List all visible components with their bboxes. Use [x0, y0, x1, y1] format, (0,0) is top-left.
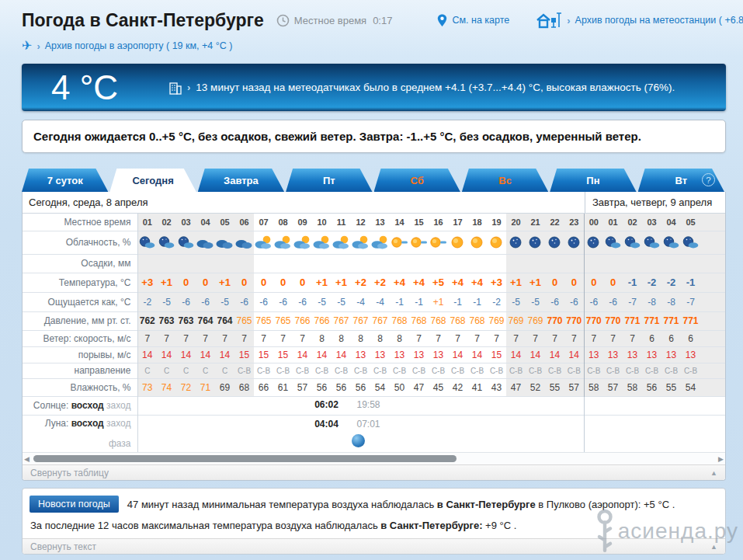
table-cell: С-В — [506, 363, 526, 378]
table-cell: 0 — [273, 273, 293, 292]
table-cell: 763 — [176, 311, 196, 330]
moon-cloud-icon — [177, 235, 195, 250]
tab-5[interactable]: Вс — [462, 169, 548, 192]
row-label-gusts: порывы, м/с — [23, 346, 137, 363]
tab-2[interactable]: Завтра — [198, 169, 284, 192]
table-cell: С-В — [681, 363, 700, 378]
table-cell: 45 — [429, 378, 448, 396]
table-cell: 0 — [196, 273, 215, 292]
table-cell: -4 — [370, 292, 390, 311]
table-cell: 770 — [564, 311, 584, 330]
table-cell: 0 — [564, 273, 584, 292]
row-label-pressure: Давление, мм рт. ст. — [23, 311, 137, 330]
table-cell: 14 — [506, 346, 526, 363]
table-cell: 15 — [254, 346, 273, 363]
table-cell: С-В — [234, 363, 254, 378]
table-cell — [545, 231, 564, 254]
table-cell: 66 — [254, 378, 273, 396]
map-link[interactable]: См. на карте — [437, 14, 509, 27]
table-cell: 47 — [506, 378, 526, 396]
table-cell: -6 — [564, 292, 584, 311]
sun-icon — [468, 235, 486, 250]
table-cell: 7 — [273, 330, 293, 346]
airport-link[interactable]: ✈ › Архив погоды в аэропорту ( 19 км, +4… — [22, 40, 232, 52]
local-time-value: 0:17 — [373, 15, 392, 26]
table-cell: 7 — [564, 330, 584, 346]
table-cell: С — [137, 363, 157, 378]
table-cell: 12 — [351, 214, 370, 231]
table-cell — [312, 254, 332, 273]
table-cell — [215, 231, 234, 254]
table-cell: 764 — [196, 311, 215, 330]
scrollbar-thumb[interactable] — [33, 455, 457, 462]
table-cell: 02 — [157, 214, 176, 231]
scroll-right-icon[interactable]: ▶ — [718, 454, 724, 464]
collapse-text-bar[interactable]: Свернуть текст ▲ — [23, 538, 725, 554]
table-cell: С-В — [293, 363, 312, 378]
table-cell — [254, 231, 273, 254]
table-cell — [506, 254, 526, 273]
moonrise-time: 04:04 — [307, 419, 346, 430]
table-cell: 0 — [293, 273, 312, 292]
table-cell — [409, 254, 429, 273]
scroll-left-icon[interactable]: ◀ — [24, 454, 30, 464]
tab-0[interactable]: 7 суток — [22, 169, 108, 192]
tab-6[interactable]: Пн — [550, 169, 636, 192]
collapse-table-bar[interactable]: Свернуть таблицу ▲ — [23, 464, 725, 480]
tab-3[interactable]: Пт — [286, 169, 372, 192]
table-cell: 768 — [467, 311, 487, 330]
table-cell: С-В — [448, 363, 467, 378]
cloud-sun-icon — [274, 235, 292, 250]
table-cell: С-В — [564, 363, 584, 378]
table-cell: 55 — [661, 378, 681, 396]
table-cell: 7 — [603, 330, 623, 346]
table-cell — [409, 231, 429, 254]
table-cell — [351, 231, 370, 254]
table-cell: С-В — [332, 363, 351, 378]
table-cell — [137, 231, 157, 254]
table-cell: 771 — [681, 311, 700, 330]
page-subheader: ✈ › Архив погоды в аэропорту ( 19 км, +4… — [22, 36, 726, 56]
table-cell — [448, 231, 467, 254]
moonset-time: 07:01 — [349, 419, 388, 430]
tab-4[interactable]: Сб — [374, 169, 460, 192]
table-cell: -6 — [254, 292, 273, 311]
table-cell: +1 — [506, 273, 526, 292]
cloud-sun-icon — [255, 235, 273, 250]
table-cell: +3 — [487, 273, 506, 292]
sun-small-cloud-icon — [391, 235, 408, 250]
station-link[interactable]: › Архив погоды на метеостанции ( +6.8 °C… — [536, 12, 743, 29]
table-cell: 8 — [351, 330, 370, 346]
table-cell: 768 — [409, 311, 429, 330]
table-cell: 73 — [137, 378, 157, 396]
table-cell: -2 — [487, 292, 506, 311]
news-badge[interactable]: Новости погоды — [30, 496, 119, 513]
table-cell: 8 — [370, 330, 390, 346]
table-cell: +5 — [429, 273, 448, 292]
page-title: Погода в Санкт-Петербурге — [22, 10, 264, 31]
table-cell — [196, 254, 215, 273]
table-cell: 18 — [467, 214, 487, 231]
table-cell — [545, 254, 564, 273]
help-icon[interactable]: ? — [702, 173, 715, 186]
table-cell: 14 — [332, 346, 351, 363]
table-cell: 764 — [215, 311, 234, 330]
table-cell: С-В — [545, 363, 564, 378]
table-cell: -8 — [661, 292, 681, 311]
table-cell: -7 — [623, 292, 642, 311]
sensor-message: 13 минут назад на метеодатчиках было в с… — [196, 82, 675, 93]
horizontal-scrollbar[interactable]: ◀ ▶ — [23, 452, 725, 464]
table-cell: С — [196, 363, 215, 378]
table-cell: 0 — [234, 273, 254, 292]
table-cell — [234, 231, 254, 254]
chevron-icon: › — [187, 82, 190, 93]
table-cell: С-В — [312, 363, 332, 378]
table-cell: 58 — [584, 378, 603, 396]
table-cell: 15 — [409, 214, 429, 231]
table-cell: 7 — [157, 330, 176, 346]
table-cell — [506, 231, 526, 254]
collapse-up-icon: ▲ — [710, 469, 717, 477]
table-cell: 04 — [661, 214, 681, 231]
table-cell: 769 — [526, 311, 545, 330]
tab-1[interactable]: Сегодня — [109, 169, 196, 192]
